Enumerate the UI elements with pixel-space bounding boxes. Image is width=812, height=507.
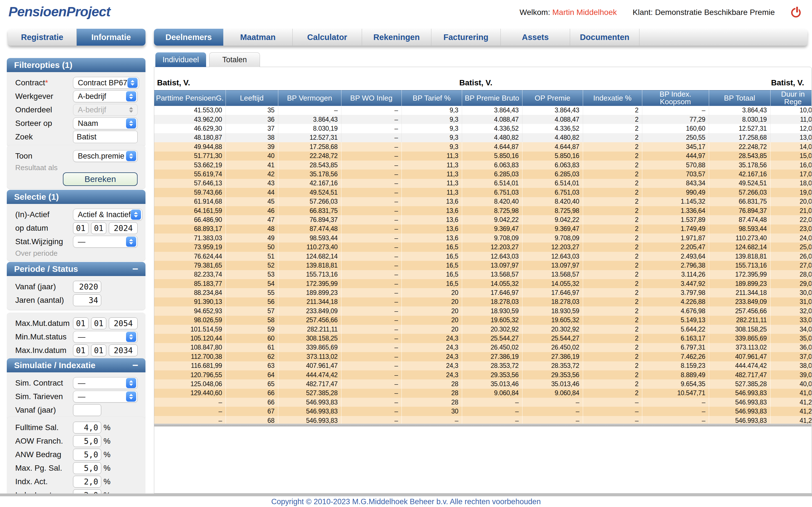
max-pg-sal-input[interactable]: 5,0 <box>73 462 101 474</box>
welcome-label: Welkom: <box>520 8 550 17</box>
person-labels: Batist, V. Batist, V. Batist, V. <box>155 78 812 89</box>
max-mut-month-input[interactable]: 01 <box>91 318 107 329</box>
collapse-icon[interactable]: − <box>132 264 138 274</box>
bereken-button[interactable]: Bereken <box>63 172 138 186</box>
column-header-bp-vermogen[interactable]: BP Vermogen <box>278 91 341 106</box>
table-row[interactable]: 43.962,00363.864,43–9,34.088,474.088,472… <box>154 115 812 124</box>
table-cell: 22,0 <box>770 215 812 224</box>
table-row[interactable]: 61.914,684557.266,03–13,68.420,408.420,4… <box>154 197 812 206</box>
column-header-parttime-pensioeng[interactable]: Parttime PensioenG. <box>154 91 225 106</box>
tab-registratie[interactable]: Registratie <box>8 29 77 46</box>
collapse-icon[interactable]: − <box>132 360 138 371</box>
werkgever-select[interactable]: A-bedrijf <box>73 91 138 102</box>
table-row[interactable]: 59.743,664449.524,51–11,36.751,036.751,0… <box>154 188 812 197</box>
table-row[interactable]: 108.847,8061339.865,69–24,326.450,0226.4… <box>154 343 812 352</box>
table-row[interactable]: 68.893,174887.474,48–13,69.369,479.369,4… <box>154 224 812 233</box>
table-row[interactable]: –67546.993,83–30––––546.993,8341,2 <box>154 407 812 416</box>
column-header-bp-wo-inleg[interactable]: BP WO Inleg <box>341 91 402 106</box>
column-header-bp-tarief[interactable]: BP Tarief % <box>402 91 462 106</box>
main-tab-assets[interactable]: Assets <box>501 29 570 46</box>
op-datum-day-input[interactable]: 01 <box>73 222 89 234</box>
main-tab-facturering[interactable]: Facturering <box>432 29 501 46</box>
table-cell: 2 <box>583 206 642 215</box>
table-row[interactable]: 120.796,5564444.474,42–24,329.353,5629.3… <box>154 371 812 379</box>
table-cell: 6.797,31 <box>642 343 709 352</box>
table-row[interactable]: 48.180,873812.527,31–9,34.480,824.480,82… <box>154 133 812 142</box>
table-cell: 24,0 <box>770 233 812 242</box>
op-datum-month-input[interactable]: 01 <box>91 222 107 234</box>
table-row[interactable]: 71.383,034998.593,44–13,69.708,099.708,0… <box>154 233 812 242</box>
table-row[interactable]: 41.553,0035––9,33.864,433.864,432–3.864,… <box>154 106 812 115</box>
stat-wijziging-select[interactable]: — <box>73 236 138 247</box>
in-actief-select[interactable]: Actief & Inactief <box>73 209 142 221</box>
table-cell: 570,88 <box>642 161 709 170</box>
subtab-individueel[interactable]: Individueel <box>155 52 206 67</box>
table-row[interactable]: 116.681,9963407.961,47–24,328.353,7228.3… <box>154 361 812 371</box>
table-row[interactable]: 98.026,5958257.456,66–2019.605,3219.605,… <box>154 316 812 325</box>
column-header-op-premie[interactable]: OP Premie <box>522 91 583 106</box>
main-tab-rekeningen[interactable]: Rekeningen <box>362 29 432 46</box>
table-row[interactable]: 55.619,744235.178,56–11,36.285,036.285,0… <box>154 170 812 179</box>
sim-vanaf-jaar-input[interactable] <box>73 404 101 416</box>
max-mut-year-input[interactable]: 2054 <box>109 318 138 329</box>
max-inv-month-input[interactable]: 01 <box>91 344 107 356</box>
aow-franch-input[interactable]: 5,0 <box>73 435 101 447</box>
main-tab-maatman[interactable]: Maatman <box>223 29 293 46</box>
table-row[interactable]: 66.486,904776.894,37–13,69.042,229.042,2… <box>154 215 812 224</box>
main-tab-calculator[interactable]: Calculator <box>293 29 362 46</box>
toon-select[interactable]: Besch.premie <box>73 150 138 162</box>
main-tab-deelnemers[interactable]: Deelnemers <box>154 29 223 46</box>
sim-contract-select[interactable]: — <box>73 377 138 389</box>
max-inv-day-input[interactable]: 01 <box>73 344 89 356</box>
table-row[interactable]: 76.624,4451124.682,14–16,512.643,0312.64… <box>154 252 812 261</box>
column-header-bp-index-koopsom[interactable]: BP Index. Koopsom <box>642 91 709 106</box>
table-cell: 28 <box>402 398 462 407</box>
subtab-totalen[interactable]: Totalen <box>209 52 260 67</box>
column-header-bp-premie-bruto[interactable]: BP Premie Bruto <box>462 91 522 106</box>
table-cell: 22.248,72 <box>278 152 341 161</box>
max-inv-year-input[interactable]: 2034 <box>109 344 138 356</box>
indx-inact-input[interactable]: 2,0 <box>73 489 101 494</box>
column-header-duur-in-rege[interactable]: Duur in Rege <box>770 91 812 106</box>
jaren-aantal-input[interactable]: 34 <box>73 294 101 306</box>
contract-select[interactable]: Contract BP67 <box>73 77 139 89</box>
sim-tarieven-select[interactable]: — <box>73 391 138 402</box>
fulltime-sal-input[interactable]: 4,0 <box>73 421 101 434</box>
table-row[interactable]: 79.381,6552139.818,81–16,513.097,9713.09… <box>154 261 812 270</box>
min-mut-status-select[interactable]: — <box>73 331 138 343</box>
table-cell: – <box>341 352 402 361</box>
column-header-bp-totaal[interactable]: BP Totaal <box>709 91 770 106</box>
zoek-input[interactable]: Batist <box>73 131 138 143</box>
table-row[interactable]: 51.771,304022.248,72–11,35.850,165.850,1… <box>154 152 812 161</box>
table-row[interactable]: 49.944,883917.258,68–9,34.644,874.644,87… <box>154 142 812 151</box>
table-row[interactable]: –66546.993,83–28––––546.993,8341,2 <box>154 398 812 407</box>
table-row[interactable]: 112.700,3862373.113,02–24,327.386,1927.3… <box>154 352 812 361</box>
table-row[interactable]: 53.662,194128.543,85–11,36.063,836.063,8… <box>154 161 812 170</box>
table-row[interactable]: 94.652,9357233.849,09–2018.930,5918.930,… <box>154 306 812 316</box>
table-row[interactable]: 57.646,134342.167,16–11,36.514,016.514,0… <box>154 179 812 188</box>
table-row[interactable]: 73.959,1950110.273,40–16,512.203,2712.20… <box>154 242 812 251</box>
table-row[interactable]: 82.233,7453155.713,16–16,513.568,5713.56… <box>154 270 812 279</box>
column-header-leeftijd[interactable]: Leeftijd <box>225 91 278 106</box>
max-mut-day-input[interactable]: 01 <box>73 318 89 329</box>
table-row[interactable]: 129.440,6066527.385,28–289.060,849.060,8… <box>154 389 812 398</box>
table-cell: – <box>462 398 522 407</box>
table-row[interactable]: 64.161,594666.831,75–13,68.725,988.725,9… <box>154 206 812 215</box>
table-row[interactable]: 85.183,7754172.395,99–16,514.055,3214.05… <box>154 279 812 288</box>
logout-power-icon[interactable] <box>791 7 802 18</box>
op-datum-year-input[interactable]: 2024 <box>109 222 138 234</box>
table-row[interactable]: 91.390,1356211.344,18–2018.278,0318.278,… <box>154 297 812 306</box>
table-row[interactable]: 105.120,4460308.158,25–24,325.544,2725.5… <box>154 334 812 343</box>
column-header-indexatie[interactable]: Indexatie % <box>583 91 642 106</box>
vanaf-jaar-input[interactable]: 2020 <box>73 281 101 293</box>
table-row[interactable]: 88.234,8455189.899,23–2017.646,9717.646,… <box>154 288 812 297</box>
table-row[interactable]: 101.514,5959282.211,11–2020.302,9220.302… <box>154 325 812 334</box>
anw-bedrag-input[interactable]: 5,0 <box>73 449 101 460</box>
sorteer-op-select[interactable]: Naam <box>73 117 138 129</box>
main-tab-documenten[interactable]: Documenten <box>570 29 640 46</box>
table-row[interactable]: 125.048,0665482.717,47–2835.013,4635.013… <box>154 379 812 388</box>
indx-act-input[interactable]: 2,0 <box>73 476 101 488</box>
horizontal-scrollbar[interactable] <box>154 424 812 427</box>
tab-informatie[interactable]: Informatie <box>77 29 146 46</box>
table-row[interactable]: 46.629,30378.030,19–9,34.336,524.336,522… <box>154 124 812 133</box>
